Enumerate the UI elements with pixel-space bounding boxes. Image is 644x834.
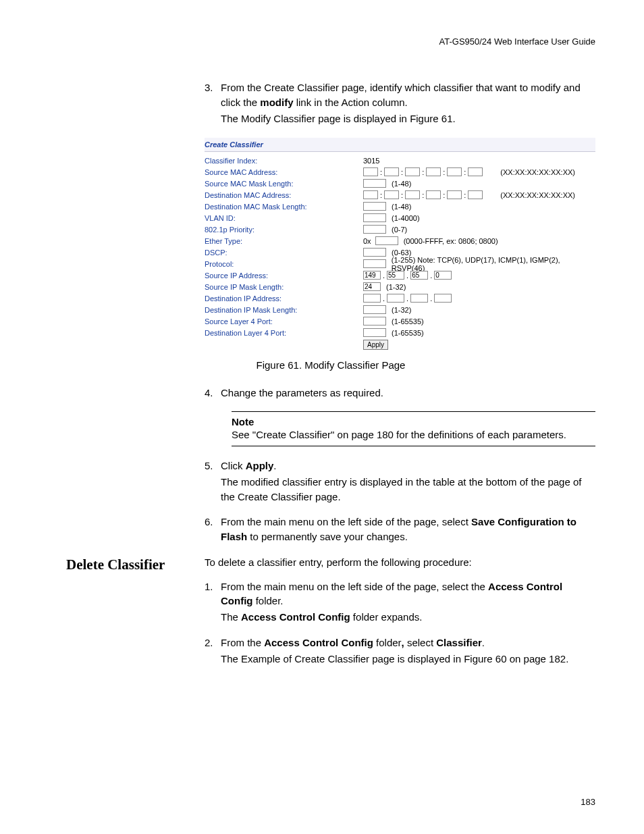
dst-ip-1[interactable]	[363, 294, 381, 303]
label-dscp: DSCP:	[205, 249, 363, 257]
step-6: 6. From the main menu on the left side o…	[205, 515, 595, 546]
step-number: 3.	[205, 80, 221, 127]
dst-mac-5[interactable]	[447, 190, 462, 199]
dst-ip-4[interactable]	[434, 294, 452, 303]
delete-step-2-text-2: The Example of Create Classifier page is…	[221, 652, 595, 667]
delete-step-1-text-1: From the main menu on the left side of t…	[221, 579, 595, 609]
src-mac-3[interactable]	[405, 167, 420, 176]
label-dst-ip: Destination IP Address:	[205, 294, 363, 303]
hint-dst-ip-mask: (1-32)	[392, 306, 411, 314]
hint-src-mac-mask: (1-48)	[392, 180, 411, 188]
hint-proto: (1-255) Note: TCP(6), UDP(17), ICMP(1), …	[392, 256, 595, 272]
src-ip-2[interactable]	[387, 271, 404, 280]
step-number: 2.	[205, 635, 221, 668]
step-5: 5. Click Apply. The modified classifier …	[205, 459, 595, 505]
step-5-text-2: The modified classifier entry is display…	[221, 475, 595, 504]
src-mac-2[interactable]	[384, 167, 399, 176]
src-mac-1[interactable]	[363, 167, 378, 176]
hint-dst-mac-mask: (1-48)	[392, 203, 411, 211]
hint-prio: (0-7)	[392, 226, 407, 234]
step-4: 4. Change the parameters as required.	[205, 386, 595, 402]
figure-caption: Figure 61. Modify Classifier Page	[66, 359, 595, 371]
src-mac-6[interactable]	[468, 167, 483, 176]
ether-prefix: 0x	[363, 237, 371, 245]
label-proto: Protocol:	[205, 260, 363, 268]
src-ip-4[interactable]	[434, 271, 452, 280]
src-mac-4[interactable]	[426, 167, 441, 176]
dst-mac-6[interactable]	[468, 190, 483, 199]
ether-input[interactable]	[375, 236, 398, 245]
label-src-l4: Source Layer 4 Port:	[205, 317, 363, 325]
dst-l4-input[interactable]	[363, 328, 386, 337]
src-ip-3[interactable]	[410, 271, 428, 280]
delete-intro: To delete a classifier entry, perform th…	[205, 555, 595, 570]
label-dst-ip-mask: Destination IP Mask Length:	[205, 306, 363, 314]
step-3-text: From the Create Classifier page, identif…	[221, 80, 595, 110]
proto-input[interactable]	[363, 259, 386, 268]
hint-src-l4: (1-65535)	[392, 317, 424, 325]
label-classifier-index: Classifier Index:	[205, 157, 363, 165]
label-vlan: VLAN ID:	[205, 214, 363, 222]
dst-ip-2[interactable]	[387, 294, 404, 303]
src-mac-5[interactable]	[447, 167, 462, 176]
label-src-mac-mask: Source MAC Mask Length:	[205, 180, 363, 188]
header-guide: AT-GS950/24 Web Interface User Guide	[66, 36, 595, 47]
label-src-mac: Source MAC Address:	[205, 168, 363, 176]
delete-step-2: 2. From the Access Control Config folder…	[205, 635, 595, 668]
step-number: 1.	[205, 579, 221, 626]
step-3-text-2: The Modify Classifier page is displayed …	[221, 111, 595, 126]
page: AT-GS950/24 Web Interface User Guide 3. …	[0, 0, 644, 834]
dst-mac-2[interactable]	[384, 190, 399, 199]
create-classifier-form: Create Classifier Classifier Index: 3015…	[205, 138, 595, 350]
step-5-text-1: Click Apply.	[221, 459, 595, 473]
note-block: Note See "Create Classifier" on page 180…	[232, 411, 595, 446]
apply-button[interactable]: Apply	[363, 340, 388, 350]
label-dst-mac-mask: Destination MAC Mask Length:	[205, 203, 363, 211]
hint-src-ip-mask: (1-32)	[386, 283, 406, 291]
delete-step-2-text-1: From the Access Control Config folder, s…	[221, 635, 595, 650]
step-number: 4.	[205, 386, 221, 402]
dst-mac-4[interactable]	[426, 190, 441, 199]
hint-src-mac: (XX:XX:XX:XX:XX:XX)	[500, 168, 575, 176]
label-dst-mac: Destination MAC Address:	[205, 191, 363, 199]
step-number: 5.	[205, 459, 221, 505]
form-title: Create Classifier	[205, 138, 595, 152]
page-number: 183	[581, 797, 595, 807]
src-l4-input[interactable]	[363, 317, 386, 325]
dst-mac-3[interactable]	[405, 190, 420, 199]
hint-dst-l4: (1-65535)	[392, 329, 424, 337]
src-mac-mask-input[interactable]	[363, 179, 386, 188]
value-classifier-index: 3015	[363, 157, 379, 165]
delete-step-1: 1. From the main menu on the left side o…	[205, 579, 595, 626]
dst-mac-mask-input[interactable]	[363, 202, 386, 211]
step-3: 3. From the Create Classifier page, iden…	[205, 80, 595, 127]
prio-input[interactable]	[363, 225, 386, 234]
step-4-text: Change the parameters as required.	[221, 386, 595, 400]
dst-mac-1[interactable]	[363, 190, 378, 199]
label-prio: 802.1p Priority:	[205, 226, 363, 234]
step-6-text: From the main menu on the left side of t…	[221, 515, 595, 544]
label-ether: Ether Type:	[205, 237, 363, 245]
hint-dst-mac: (XX:XX:XX:XX:XX:XX)	[500, 191, 575, 199]
label-src-ip: Source IP Address:	[205, 271, 363, 280]
delete-step-1-text-2: The Access Control Config folder expands…	[221, 610, 595, 625]
vlan-input[interactable]	[363, 213, 386, 222]
step-number: 6.	[205, 515, 221, 546]
dst-ip-3[interactable]	[410, 294, 428, 303]
hint-ether: (0000-FFFF, ex: 0806; 0800)	[404, 237, 498, 245]
note-body: See "Create Classifier" on page 180 for …	[232, 427, 595, 442]
hint-vlan: (1-4000)	[392, 214, 420, 222]
note-title: Note	[232, 416, 595, 427]
delete-classifier-section: Delete Classifier To delete a classifier…	[66, 555, 595, 677]
src-ip-mask-input[interactable]	[363, 282, 381, 291]
src-ip-1[interactable]	[363, 271, 381, 280]
label-dst-l4: Destination Layer 4 Port:	[205, 329, 363, 337]
delete-classifier-heading: Delete Classifier	[66, 555, 205, 677]
dst-ip-mask-input[interactable]	[363, 305, 386, 314]
label-src-ip-mask: Source IP Mask Length:	[205, 283, 363, 291]
